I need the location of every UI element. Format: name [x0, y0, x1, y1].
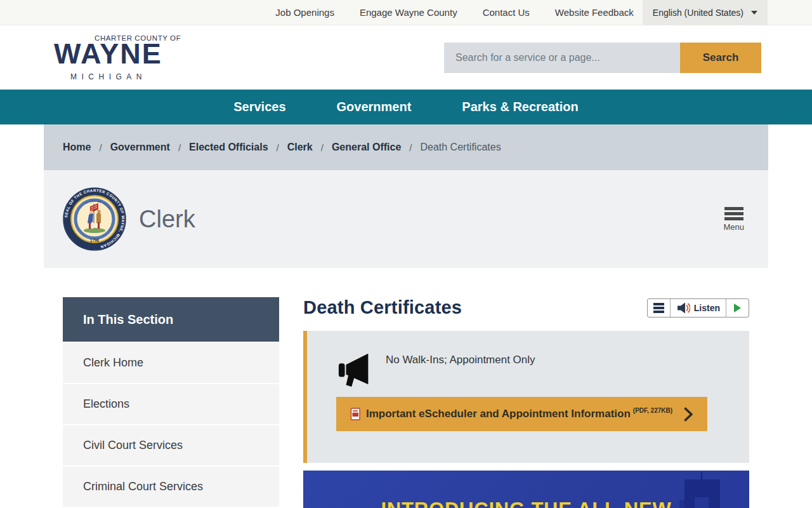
pdf-button-meta: (PDF, 227KB): [633, 407, 672, 414]
hamburger-menu-icon: [724, 207, 743, 220]
utility-link[interactable]: Contact Us: [483, 7, 530, 18]
chevron-right-icon: [684, 407, 693, 422]
search-button[interactable]: Search: [680, 43, 761, 73]
breadcrumb-current: Death Certificates: [420, 142, 501, 153]
sidebar-item[interactable]: Elections: [63, 384, 279, 424]
utility-bar: Job OpeningsEngage Wayne CountyContact U…: [0, 0, 812, 25]
breadcrumb-link[interactable]: Clerk: [287, 142, 313, 153]
logo-michigan-line: MICHIGAN: [70, 72, 147, 81]
wayne-county-logo[interactable]: CHARTER COUNTY OF WAYNE MICHIGAN: [54, 34, 187, 81]
breadcrumb-link[interactable]: General Office: [332, 142, 401, 153]
pdf-button-label: Important eScheduler and Appointment Inf…: [366, 408, 631, 420]
sidebar-item[interactable]: Criminal Court Services: [63, 467, 279, 507]
pdf-download-button[interactable]: Important eScheduler and Appointment Inf…: [336, 397, 707, 431]
speaker-icon: [676, 302, 690, 314]
list-icon: [653, 303, 664, 313]
chevron-down-icon: [751, 11, 757, 15]
announcement-text: No Walk-Ins; Appointment Only: [386, 354, 535, 366]
listen-label: Listen: [694, 303, 720, 313]
listen-menu-segment[interactable]: [648, 299, 670, 317]
breadcrumb-link[interactable]: Government: [110, 142, 170, 153]
logo-wayne-line: WAYNE: [54, 39, 162, 68]
language-selector[interactable]: English (United States): [643, 0, 768, 25]
site-search: Search: [444, 43, 761, 73]
utility-link[interactable]: Job Openings: [275, 7, 334, 18]
megaphone-icon: [336, 349, 376, 388]
department-header: SEAL OF THE CHARTER COUNTY OF WAYNE, MIC…: [44, 170, 768, 268]
banner-headline: INTRODUCING THE ALL-NEW: [303, 498, 749, 508]
breadcrumb-separator: /: [178, 142, 181, 153]
breadcrumb-link[interactable]: Home: [63, 142, 91, 153]
utility-link[interactable]: Engage Wayne County: [360, 7, 457, 18]
breadcrumb-separator: /: [321, 142, 324, 153]
sidebar-item[interactable]: Clerk Home: [63, 343, 279, 383]
content-area: In This Section Clerk HomeElectionsCivil…: [44, 268, 768, 508]
sidebar-list: Clerk HomeElectionsCivil Court ServicesC…: [63, 343, 279, 507]
pdf-file-icon: [350, 408, 361, 420]
site-header: CHARTER COUNTY OF WAYNE MICHIGAN Search: [0, 25, 812, 90]
play-icon: [734, 304, 741, 312]
language-selector-label: English (United States): [653, 8, 743, 18]
breadcrumb-separator: /: [277, 142, 279, 153]
utility-link[interactable]: Website Feedback: [555, 7, 634, 18]
promo-banner[interactable]: INTRODUCING THE ALL-NEW: [303, 471, 749, 508]
sidebar-header: In This Section: [63, 297, 279, 342]
breadcrumb-separator: /: [409, 142, 412, 153]
page-title: Death Certificates: [303, 297, 462, 318]
nav-item[interactable]: Parks & Recreation: [462, 100, 578, 114]
search-input[interactable]: [444, 43, 680, 73]
utility-links: Job OpeningsEngage Wayne CountyContact U…: [275, 0, 633, 25]
nav-item[interactable]: Government: [337, 100, 412, 114]
section-sidebar: In This Section Clerk HomeElectionsCivil…: [63, 297, 279, 508]
sidebar-item[interactable]: Civil Court Services: [63, 425, 279, 465]
listen-play-button[interactable]: [726, 299, 749, 317]
breadcrumb: Home / Government / Elected Officials /: [63, 142, 501, 153]
breadcrumb-separator: /: [99, 142, 102, 153]
department-title: Clerk: [139, 206, 195, 233]
svg-text:1796: 1796: [90, 238, 100, 243]
main-column: Death Certificates Listen: [303, 297, 749, 508]
county-seal-image: SEAL OF THE CHARTER COUNTY OF WAYNE, MIC…: [63, 187, 126, 251]
breadcrumb-band: Home / Government / Elected Officials /: [44, 124, 768, 170]
section-menu-button[interactable]: Menu: [723, 207, 744, 232]
listen-button[interactable]: Listen: [670, 299, 726, 317]
breadcrumb-link[interactable]: Elected Officials: [189, 142, 268, 153]
announcement-box: No Walk-Ins; Appointment Only Important …: [303, 331, 749, 463]
menu-button-label: Menu: [723, 222, 744, 232]
listen-widget[interactable]: Listen: [647, 298, 749, 318]
nav-item[interactable]: Services: [233, 100, 285, 114]
main-navigation: ServicesGovernmentParks & Recreation: [0, 90, 812, 124]
